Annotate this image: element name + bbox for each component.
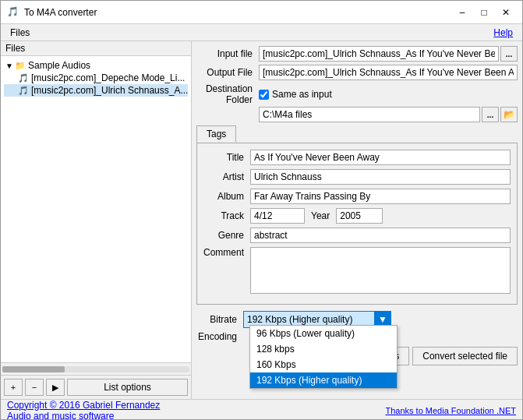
bottom-right-text[interactable]: Thanks to Media Foundation .NET <box>385 406 516 415</box>
add-file-button[interactable]: + <box>4 379 23 396</box>
tags-artist-field[interactable] <box>250 169 511 185</box>
tags-genre-row: Genre <box>203 228 511 243</box>
app-title: To M4A converter <box>24 7 452 18</box>
left-panel: Files ▼ 📁 Sample Audios 🎵 [music2pc.com]… <box>1 41 192 399</box>
folder-open-icon: 📂 <box>504 109 515 120</box>
destination-path-field[interactable] <box>259 107 480 122</box>
tags-artist-row: Artist <box>203 169 511 185</box>
dropdown-option-96[interactable]: 96 Kbps (Lower quality) <box>250 326 397 341</box>
dropdown-option-192[interactable]: 192 Kbps (Higher quality) <box>250 372 397 388</box>
tags-title-field[interactable] <box>250 150 511 165</box>
tags-year-label: Year <box>305 210 336 221</box>
bitrate-label: Bitrate <box>196 314 243 325</box>
tags-track-field[interactable] <box>250 208 305 224</box>
destination-browse-button[interactable]: ... <box>482 107 499 122</box>
dropdown-option-128[interactable]: 128 kbps <box>250 341 397 357</box>
menu-bar: Files Help <box>1 24 522 41</box>
destination-label: Destination Folder <box>196 83 259 105</box>
output-file-field[interactable] <box>259 65 518 80</box>
tags-track-label: Track <box>203 210 250 221</box>
tags-title-label: Title <box>203 152 250 163</box>
bottom-bar: Copyright © 2016 Gabriel Fernandez Audio… <box>1 399 522 420</box>
tree-file-label-1: [music2pc.com]_Depeche Mode_Li... <box>31 72 185 83</box>
bitrate-dropdown: 96 Kbps (Lower quality) 128 kbps 160 Kbp… <box>249 325 398 389</box>
destination-area: Destination Folder Same as input ... 📂 <box>196 83 518 122</box>
dropdown-option-160[interactable]: 160 Kbps <box>250 357 397 372</box>
tree-file-ulrich[interactable]: 🎵 [music2pc.com]_Ulrich Schnauss_A... <box>4 84 188 97</box>
destination-row1: Destination Folder Same as input <box>196 83 518 105</box>
tab-tags[interactable]: Tags <box>196 125 236 143</box>
tags-artist-label: Artist <box>203 171 250 182</box>
tags-comment-label: Comment <box>203 247 250 258</box>
menu-files[interactable]: Files <box>4 26 36 40</box>
file-icon-2: 🎵 <box>18 86 29 96</box>
play-file-button[interactable]: ▶ <box>46 379 65 396</box>
input-file-row: Input file ... <box>196 46 518 62</box>
minimize-button[interactable]: – <box>452 5 472 20</box>
tab-header: Tags <box>196 125 518 143</box>
convert-selected-button[interactable]: Convert selected file <box>412 347 518 365</box>
tags-album-label: Album <box>203 191 250 202</box>
tags-album-row: Album <box>203 189 511 204</box>
expand-icon[interactable]: ▼ <box>5 62 15 70</box>
same-as-input-checkbox[interactable] <box>259 90 269 100</box>
scrollbar-thumb[interactable] <box>2 366 65 372</box>
file-icon: 🎵 <box>18 73 29 83</box>
tags-year-field[interactable] <box>336 208 383 224</box>
tree-folder-sample-audios[interactable]: ▼ 📁 Sample Audios <box>4 59 188 72</box>
tags-track-year-row: Track Year <box>203 208 511 224</box>
same-as-input-label: Same as input <box>272 89 332 100</box>
main-container: Files ▼ 📁 Sample Audios 🎵 [music2pc.com]… <box>1 41 522 399</box>
encoding-label: Encoding <box>196 331 243 342</box>
files-panel-header: Files <box>1 41 191 56</box>
window-controls: – □ ✕ <box>452 5 516 20</box>
output-file-label: Output File <box>196 67 259 78</box>
copyright-line[interactable]: Copyright © 2016 Gabriel Fernandez <box>7 400 160 411</box>
tab-content: Title Artist Album Track Year <box>196 143 518 305</box>
tags-comment-row: Comment <box>203 247 511 294</box>
bitrate-section: Bitrate 96 Kbps (Lower quality) 128 kbps… <box>196 308 518 365</box>
title-bar: 🎵 To M4A converter – □ ✕ <box>1 1 522 24</box>
close-button[interactable]: ✕ <box>496 5 516 20</box>
folder-text: Folder <box>226 94 253 105</box>
input-file-label: Input file <box>196 48 259 59</box>
tags-title-row: Title <box>203 150 511 165</box>
tags-genre-field[interactable] <box>250 228 511 243</box>
right-panel: Input file ... Output File Destination F… <box>192 41 522 399</box>
tree-file-label-2: [music2pc.com]_Ulrich Schnauss_A... <box>31 85 188 96</box>
tree-file-depeche[interactable]: 🎵 [music2pc.com]_Depeche Mode_Li... <box>4 72 188 84</box>
output-file-row: Output File <box>196 65 518 80</box>
audio-line[interactable]: Audio and music software <box>7 411 160 421</box>
app-icon: 🎵 <box>7 6 19 19</box>
help-link[interactable]: Help <box>487 26 519 40</box>
tags-comment-field[interactable] <box>250 247 511 294</box>
same-as-input-checkbox-label[interactable]: Same as input <box>259 89 332 100</box>
tags-genre-label: Genre <box>203 230 250 241</box>
folder-icon: 📁 <box>15 61 26 71</box>
input-file-browse-button[interactable]: ... <box>500 46 518 62</box>
maximize-button[interactable]: □ <box>474 5 494 20</box>
remove-file-button[interactable]: − <box>25 379 44 396</box>
destination-text: Destination <box>206 83 253 94</box>
tab-container: Tags Title Artist Album <box>196 125 518 305</box>
tags-album-field[interactable] <box>250 189 511 204</box>
file-tree-buttons: + − ▶ List options <box>1 375 191 399</box>
menu-bar-left: Files <box>4 26 36 40</box>
scrollbar-area <box>1 362 191 375</box>
destination-folder-button[interactable]: 📂 <box>500 107 518 122</box>
scrollbar-track[interactable] <box>2 366 189 372</box>
bottom-left-text[interactable]: Copyright © 2016 Gabriel Fernandez Audio… <box>7 400 160 421</box>
destination-row2: ... 📂 <box>196 107 518 122</box>
input-file-field[interactable] <box>259 46 499 62</box>
list-options-button[interactable]: List options <box>67 379 188 396</box>
file-tree: ▼ 📁 Sample Audios 🎵 [music2pc.com]_Depec… <box>1 56 191 362</box>
tree-folder-label: Sample Audios <box>28 60 90 71</box>
